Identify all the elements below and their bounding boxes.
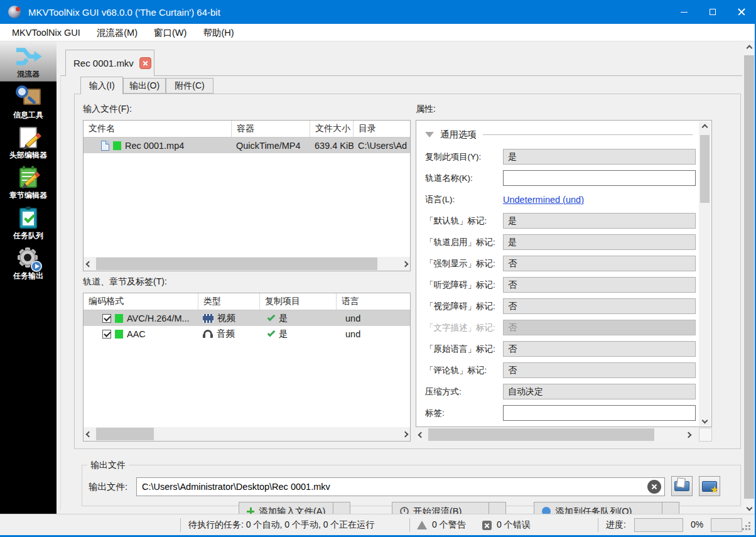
file-icon [101, 141, 109, 151]
scrollbar-thumb[interactable] [700, 135, 710, 203]
sidebar-item-job-output[interactable]: 任务输出 [0, 242, 57, 283]
track-name-input[interactable] [503, 170, 696, 186]
column-header-codec[interactable]: 编码格式 [84, 293, 198, 310]
output-file-input[interactable] [136, 477, 665, 496]
properties-vscrollbar[interactable] [699, 121, 711, 426]
scroll-down-button[interactable] [699, 415, 711, 426]
column-header-language[interactable]: 语言 [337, 293, 410, 310]
close-button[interactable] [727, 0, 756, 24]
tool-sidebar: 混流器 信息工具 头部编辑器 章节编辑器 任务队列 任务输出 [0, 41, 57, 514]
output-file-label: 输出文件: [89, 481, 127, 493]
visual-impaired-select[interactable]: 否 [503, 298, 696, 314]
copy-cell: 是 [279, 312, 288, 324]
language-cell: und [345, 329, 360, 339]
browse-icon [674, 481, 689, 491]
document-tab-label: Rec 0001.mkv [73, 58, 134, 68]
compression-select[interactable]: 自动决定 [503, 384, 696, 399]
prop-row-track-name: 轨道名称(K): [425, 170, 696, 186]
info-tool-icon [16, 84, 41, 111]
merge-icon [14, 43, 43, 70]
copy-item-select[interactable]: 是 [503, 149, 696, 165]
tab-attachments[interactable]: 附件(C) [166, 78, 213, 94]
status-separator [180, 518, 181, 532]
copy-check-icon [267, 328, 276, 337]
track-row-audio[interactable]: AAC 音频 是 und [84, 326, 410, 342]
track-row-video[interactable]: AVC/H.264/M... 视频 是 und [84, 310, 410, 326]
tracks-hscrollbar[interactable] [84, 427, 410, 441]
forced-display-select[interactable]: 否 [503, 256, 696, 271]
prop-row-hearing-impaired: 「听觉障碍」标记: 否 [425, 277, 696, 293]
scroll-down-button[interactable] [743, 501, 755, 514]
errors-count: 0 个错误 [497, 514, 531, 535]
track-enabled-select[interactable]: 是 [503, 234, 696, 250]
error-icon [482, 521, 492, 530]
menu-help[interactable]: 帮助(H) [195, 24, 242, 41]
favorite-folder-button[interactable] [699, 476, 720, 496]
tab-pane-border-left [60, 75, 61, 510]
scroll-left-button[interactable] [84, 257, 94, 271]
scrollbar-thumb[interactable] [428, 428, 654, 441]
scrollbar-thumb[interactable] [744, 55, 754, 499]
output-group-label: 输出文件 [87, 460, 129, 471]
language-link[interactable]: Undetermined (und) [503, 195, 584, 205]
prop-row-copy-item: 复制此项目(Y): 是 [425, 149, 696, 165]
browse-output-button[interactable] [671, 476, 693, 496]
original-language-select[interactable]: 否 [503, 341, 696, 357]
column-header-container[interactable]: 容器 [232, 121, 310, 137]
scroll-right-button[interactable] [400, 257, 410, 271]
tracks-table: 编码格式 类型 复制项目 语言 AVC/H.264/M... 视频 是 und … [83, 293, 411, 442]
tab-input[interactable]: 输入(I) [80, 77, 123, 94]
directory-cell: C:\Users\Ad [358, 141, 407, 151]
menu-merge[interactable]: 混流器(M) [89, 24, 146, 41]
input-file-row[interactable]: Rec 0001.mp4 QuickTime/MP4 639.4 KiB C:\… [84, 138, 410, 153]
scroll-up-button[interactable] [743, 41, 755, 54]
progress-bar-total [711, 518, 742, 532]
maximize-button[interactable] [698, 0, 727, 24]
prop-row-text-description: 「文字描述」标记: 否 [425, 320, 696, 335]
menu-mkvtoolnix-gui[interactable]: MKVToolNix GUI [4, 24, 89, 41]
commentary-select[interactable]: 否 [503, 362, 696, 378]
scroll-left-button[interactable] [84, 427, 94, 441]
scrollbar-thumb[interactable] [96, 258, 377, 270]
properties-label: 属性: [416, 104, 436, 115]
track-status-chip [115, 314, 123, 323]
default-track-select[interactable]: 是 [503, 213, 696, 229]
clear-output-icon[interactable] [647, 480, 661, 494]
input-files-hscrollbar[interactable] [84, 257, 410, 271]
scrollbar-thumb[interactable] [96, 428, 154, 440]
column-header-file-size[interactable]: 文件大小 [310, 121, 354, 137]
scroll-up-button[interactable] [699, 121, 711, 133]
hearing-impaired-select[interactable]: 否 [503, 277, 696, 293]
track-checkbox[interactable] [102, 330, 111, 339]
status-bar: 待执行的任务: 0 个自动, 0 个手动, 0 个正在运行 0 个警告 0 个错… [0, 514, 756, 535]
scroll-right-button[interactable] [400, 427, 410, 441]
sidebar-item-job-queue[interactable]: 任务队列 [0, 202, 57, 242]
container-cell: QuickTime/MP4 [236, 141, 301, 151]
sidebar-item-chapter-editor[interactable]: 章节编辑器 [0, 162, 57, 202]
main-vertical-scrollbar[interactable] [743, 41, 755, 514]
sidebar-item-info-tool[interactable]: 信息工具 [0, 82, 57, 122]
properties-hscrollbar[interactable] [416, 428, 712, 442]
track-checkbox[interactable] [102, 314, 111, 323]
pending-jobs-status: 待执行的任务: 0 个自动, 0 个手动, 0 个正在运行 [188, 514, 374, 535]
menu-window[interactable]: 窗口(W) [146, 24, 195, 41]
prop-row-track-enabled: 「轨道启用」标记: 是 [425, 234, 696, 250]
tab-output[interactable]: 输出(O) [123, 78, 166, 94]
codec-cell: AAC [127, 329, 146, 339]
warnings-count: 0 个警告 [432, 514, 466, 535]
column-header-directory[interactable]: 目录 [354, 121, 410, 137]
tags-input[interactable] [503, 405, 696, 421]
resize-grip[interactable] [742, 522, 751, 531]
sidebar-item-merge[interactable]: 混流器 [0, 41, 57, 82]
column-header-copy[interactable]: 复制项目 [260, 293, 337, 310]
column-header-type[interactable]: 类型 [198, 293, 260, 310]
document-tab[interactable]: Rec 0001.mkv [65, 50, 154, 76]
scroll-right-button[interactable] [683, 428, 693, 442]
tab-close-icon[interactable] [139, 57, 151, 69]
collapse-triangle-icon[interactable] [425, 132, 434, 138]
minimize-button[interactable] [669, 0, 698, 24]
scroll-left-button[interactable] [416, 428, 426, 442]
column-header-file-name[interactable]: 文件名 [84, 121, 232, 137]
scrollbar-corner [699, 428, 712, 442]
sidebar-item-header-editor[interactable]: 头部编辑器 [0, 122, 57, 162]
